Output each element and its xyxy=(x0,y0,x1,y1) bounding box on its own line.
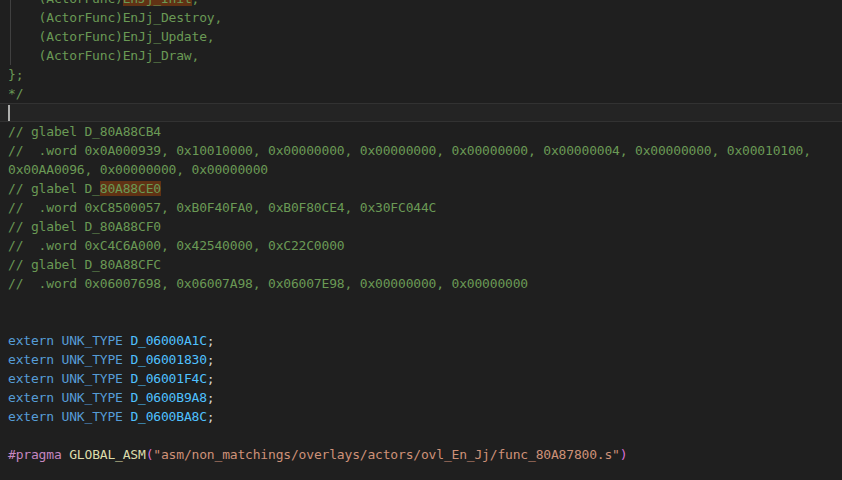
code-line[interactable]: // .word 0xC8500057, 0xB0F40FA0, 0xB0F80… xyxy=(0,198,842,217)
code-token: ) xyxy=(620,447,628,462)
code-token: GLOBAL_ASM xyxy=(69,447,145,462)
code-token: (ActorFunc)EnJj_Update, xyxy=(8,29,214,44)
code-line[interactable]: extern UNK_TYPE D_06001830; xyxy=(0,350,842,369)
code-token: */ xyxy=(8,86,23,101)
current-line[interactable] xyxy=(0,103,842,122)
code-token: extern xyxy=(8,333,54,348)
code-line[interactable]: extern UNK_TYPE D_06001F4C; xyxy=(0,369,842,388)
code-line[interactable]: (ActorFunc)EnJj_Update, xyxy=(0,27,842,46)
code-token: // glabel D_80A88CB4 xyxy=(8,124,161,139)
code-token: // glabel D_80A88CFC xyxy=(8,257,161,272)
code-line[interactable]: extern UNK_TYPE D_0600B9A8; xyxy=(0,388,842,407)
code-line[interactable] xyxy=(0,312,842,331)
code-token: 0x00AA0096, 0x00000000, 0x00000000 xyxy=(8,162,268,177)
code-token: UNK_TYPE xyxy=(62,390,123,405)
find-match-highlight: EnJj_Init xyxy=(123,0,192,6)
code-token: // glabel D_ xyxy=(8,181,100,196)
code-editor[interactable]: (ActorFunc)EnJj_Init, (ActorFunc)EnJj_De… xyxy=(0,0,842,480)
code-line[interactable] xyxy=(0,293,842,312)
code-line[interactable]: (ActorFunc)EnJj_Draw, xyxy=(0,46,842,65)
code-token: UNK_TYPE xyxy=(62,371,123,386)
code-area[interactable]: (ActorFunc)EnJj_Init, (ActorFunc)EnJj_De… xyxy=(0,0,842,480)
code-token xyxy=(54,333,62,348)
code-token: ; xyxy=(207,352,215,367)
code-line[interactable]: extern UNK_TYPE D_0600BA8C; xyxy=(0,407,842,426)
code-line[interactable]: // glabel D_80A88CF0 xyxy=(0,217,842,236)
code-token: // .word 0x06007698, 0x06007A98, 0x06007… xyxy=(8,276,528,291)
code-line[interactable]: // .word 0x06007698, 0x06007A98, 0x06007… xyxy=(0,274,842,293)
code-line[interactable]: }; xyxy=(0,65,842,84)
code-token: "asm/non_matchings/overlays/actors/ovl_E… xyxy=(153,447,619,462)
code-token: // .word 0xC8500057, 0xB0F40FA0, 0xB0F80… xyxy=(8,200,436,215)
code-token: ; xyxy=(207,390,215,405)
code-token: D_06000A1C xyxy=(130,333,206,348)
code-token: ; xyxy=(207,409,215,424)
code-token: ; xyxy=(207,371,215,386)
code-token: UNK_TYPE xyxy=(62,352,123,367)
code-line[interactable]: // glabel D_80A88CB4 xyxy=(0,122,842,141)
code-token: // .word 0xC4C6A000, 0x42540000, 0xC22C0… xyxy=(8,238,344,253)
code-token: ; xyxy=(207,333,215,348)
code-token xyxy=(54,352,62,367)
code-token: D_06001830 xyxy=(130,352,206,367)
code-token: extern xyxy=(8,371,54,386)
code-token: (ActorFunc)EnJj_Draw, xyxy=(8,48,199,63)
code-token: extern xyxy=(8,409,54,424)
code-token: #pragma xyxy=(8,447,62,462)
code-line[interactable] xyxy=(0,426,842,445)
code-line[interactable]: */ xyxy=(0,84,842,103)
code-token xyxy=(54,371,62,386)
code-line[interactable]: (ActorFunc)EnJj_Destroy, xyxy=(0,8,842,27)
code-token: (ActorFunc)EnJj_Destroy, xyxy=(8,10,222,25)
code-token: D_0600B9A8 xyxy=(130,390,206,405)
code-line[interactable]: #pragma GLOBAL_ASM("asm/non_matchings/ov… xyxy=(0,445,842,464)
code-line[interactable]: extern UNK_TYPE D_06000A1C; xyxy=(0,331,842,350)
code-line[interactable]: // .word 0xC4C6A000, 0x42540000, 0xC22C0… xyxy=(0,236,842,255)
code-token: (ActorFunc) xyxy=(8,0,123,6)
code-line[interactable] xyxy=(0,464,842,480)
code-token: UNK_TYPE xyxy=(62,409,123,424)
code-token: UNK_TYPE xyxy=(62,333,123,348)
code-line[interactable]: 0x00AA0096, 0x00000000, 0x00000000 xyxy=(0,160,842,179)
code-line[interactable]: // .word 0x0A000939, 0x10010000, 0x00000… xyxy=(0,141,842,160)
code-token: , xyxy=(192,0,200,6)
code-token: }; xyxy=(8,67,23,82)
code-token xyxy=(54,409,62,424)
code-line[interactable]: // glabel D_80A88CE0 xyxy=(0,179,842,198)
code-line[interactable]: (ActorFunc)EnJj_Init, xyxy=(0,0,842,8)
find-match-highlight: 80A88CE0 xyxy=(100,181,161,196)
text-cursor xyxy=(8,105,10,121)
code-token xyxy=(54,390,62,405)
code-token: D_0600BA8C xyxy=(130,409,206,424)
code-token: extern xyxy=(8,352,54,367)
code-token: D_06001F4C xyxy=(130,371,206,386)
code-token: // glabel D_80A88CF0 xyxy=(8,219,161,234)
code-token: extern xyxy=(8,390,54,405)
code-line[interactable]: // glabel D_80A88CFC xyxy=(0,255,842,274)
code-token: // .word 0x0A000939, 0x10010000, 0x00000… xyxy=(8,143,811,158)
